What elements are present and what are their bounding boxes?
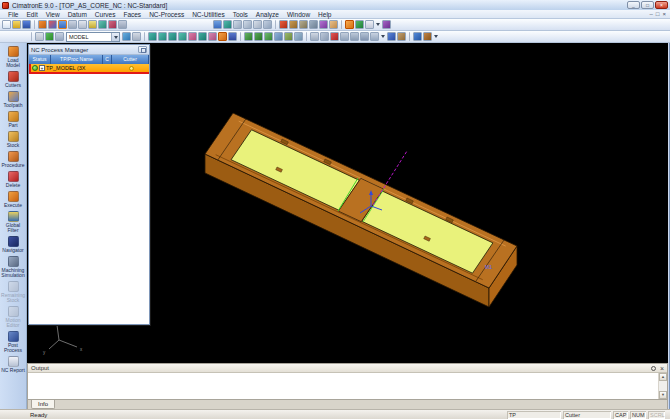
nc-sets-icon[interactable] [55, 32, 64, 41]
menu-faces[interactable]: Faces [119, 11, 145, 18]
faces-toolbar-icon[interactable] [108, 20, 117, 29]
menu-file[interactable]: File [4, 11, 22, 18]
dimension-icon[interactable] [387, 32, 396, 41]
filter-curves-icon[interactable] [178, 32, 187, 41]
nc-panel-dock-button[interactable] [138, 46, 147, 53]
sidebar-item-part[interactable]: Part [0, 110, 27, 129]
expand-plus-icon[interactable]: + [39, 65, 45, 71]
hand-tool-icon[interactable] [329, 20, 338, 29]
output-scrollbar[interactable]: ▲ ▼ [658, 373, 667, 399]
filter-sketches-icon[interactable] [208, 32, 217, 41]
filter-points-icon[interactable] [188, 32, 197, 41]
doc-restore-button[interactable]: □ [656, 10, 660, 18]
zoom-in-icon[interactable] [233, 20, 242, 29]
minimize-button[interactable]: _ [627, 1, 640, 9]
delete-entity-icon[interactable] [330, 32, 339, 41]
menu-nc-process[interactable]: NC-Process [145, 11, 188, 18]
filter-edges-icon[interactable] [168, 32, 177, 41]
sidebar-item-global-filter[interactable]: Global Filter [0, 210, 27, 234]
rotate-view-icon[interactable] [263, 20, 272, 29]
offset-entity-icon[interactable] [360, 32, 369, 41]
viewport-window-icon[interactable] [213, 20, 222, 29]
menu-nc-utilities[interactable]: NC-Utilities [188, 11, 229, 18]
open-process-icon[interactable] [345, 20, 354, 29]
sidebar-item-delete[interactable]: Delete [0, 170, 27, 189]
pan-icon[interactable] [253, 20, 262, 29]
combo-dropdown-arrow-icon[interactable] [111, 33, 119, 41]
zoom-window-icon[interactable] [243, 20, 252, 29]
menu-datum[interactable]: Datum [64, 11, 91, 18]
active-set-combobox[interactable]: MODEL [66, 32, 120, 42]
entity-options-arrow-icon[interactable] [380, 32, 386, 41]
trim-entity-icon[interactable] [340, 32, 349, 41]
nc-setup-icon[interactable] [35, 32, 44, 41]
uv-toggle-icon[interactable] [122, 32, 131, 41]
sketch-pencil-icon[interactable] [320, 32, 329, 41]
datum-icon[interactable] [68, 20, 77, 29]
save-icon[interactable] [22, 20, 31, 29]
menu-curves[interactable]: Curves [91, 11, 120, 18]
gear-red-icon[interactable] [279, 20, 288, 29]
nc-col-status[interactable]: Status [29, 55, 51, 64]
menu-view[interactable]: View [42, 11, 64, 18]
clear-selection-icon[interactable] [218, 32, 227, 41]
render-style-icon[interactable] [423, 32, 432, 41]
display-window-icon[interactable] [58, 20, 67, 29]
filter-solids-icon[interactable] [198, 32, 207, 41]
snap-midpoint-icon[interactable] [264, 32, 273, 41]
visibility-bulb-icon[interactable] [129, 66, 134, 71]
stamp-purple-icon[interactable] [382, 20, 391, 29]
pick-face-icon[interactable] [294, 32, 303, 41]
nc-col-cutter[interactable]: Cutter [112, 55, 149, 64]
sketch-line-icon[interactable] [310, 32, 319, 41]
compass-icon[interactable] [397, 32, 406, 41]
sidebar-item-nc-report[interactable]: NC Report [0, 355, 27, 374]
selection-mode-icon[interactable] [228, 32, 237, 41]
doc-close-button[interactable]: × [662, 10, 666, 18]
sidebar-item-procedure[interactable]: Procedure [0, 150, 27, 169]
globe-icon[interactable] [355, 20, 364, 29]
sidebar-item-toolpath[interactable]: Toolpath [0, 90, 27, 109]
menu-window[interactable]: Window [283, 11, 314, 18]
pick-normal-icon[interactable] [274, 32, 283, 41]
menu-analyze[interactable]: Analyze [252, 11, 283, 18]
scroll-down-icon[interactable]: ▼ [659, 391, 667, 399]
lamp-icon[interactable] [88, 20, 97, 29]
machine-setup-icon[interactable] [299, 20, 308, 29]
pin-icon[interactable] [651, 366, 656, 371]
pick-along-icon[interactable] [284, 32, 293, 41]
sidebar-item-machining-simulation[interactable]: Machining Simulation [0, 255, 27, 279]
output-close-icon[interactable]: × [660, 365, 664, 372]
tool-purple-icon[interactable] [319, 20, 328, 29]
sidebar-item-load-model[interactable]: Load Model [0, 45, 27, 69]
sidebar-item-stock[interactable]: Stock [0, 130, 27, 149]
sketcher-icon[interactable] [118, 20, 127, 29]
maximize-button[interactable]: □ [641, 1, 654, 9]
shade-mode-icon[interactable] [132, 32, 141, 41]
render-style-arrow-icon[interactable] [433, 32, 439, 41]
simulator-icon[interactable] [309, 20, 318, 29]
nc-assembly-icon[interactable] [45, 32, 54, 41]
corner-entity-icon[interactable] [370, 32, 379, 41]
sidebar-item-post-process[interactable]: Post Process [0, 330, 27, 354]
gears-pair-icon[interactable] [289, 20, 298, 29]
cutters-toolbar-icon[interactable] [48, 20, 57, 29]
output-content[interactable]: ▲ ▼ [28, 373, 667, 399]
filter-all-icon[interactable] [148, 32, 157, 41]
sidebar-item-navigator[interactable]: Navigator [0, 235, 27, 254]
curves-toolbar-icon[interactable] [98, 20, 107, 29]
measure-icon[interactable] [413, 32, 422, 41]
nc-process-row-selected[interactable]: + TP_MODEL (3X [29, 64, 149, 74]
redraw-icon[interactable] [223, 20, 232, 29]
new-file-icon[interactable] [2, 20, 11, 29]
doc-minimize-button[interactable]: – [650, 10, 653, 18]
report-options-arrow-icon[interactable] [375, 20, 381, 29]
menu-help[interactable]: Help [314, 11, 335, 18]
sidebar-item-cutters[interactable]: Cutters [0, 70, 27, 89]
menu-tools[interactable]: Tools [229, 11, 252, 18]
levels-icon[interactable] [78, 20, 87, 29]
report-doc-icon[interactable] [365, 20, 374, 29]
filter-faces-icon[interactable] [158, 32, 167, 41]
sidebar-item-execute[interactable]: Execute [0, 190, 27, 209]
snap-endpoint-icon[interactable] [254, 32, 263, 41]
